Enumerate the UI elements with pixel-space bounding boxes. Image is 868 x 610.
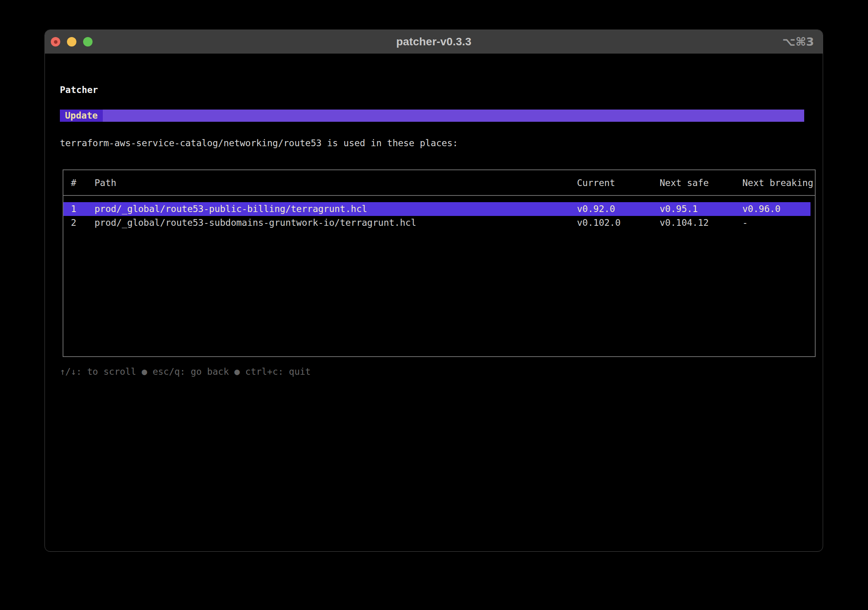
usage-description: terraform-aws-service-catalog/networking…	[60, 136, 823, 150]
traffic-lights	[51, 30, 93, 54]
titlebar[interactable]: patcher-v0.3.3 ⌥⌘3	[45, 30, 823, 54]
col-header-path: Path	[95, 176, 577, 190]
col-header-next-breaking: Next breaking	[742, 176, 815, 190]
app-heading: Patcher	[60, 83, 823, 97]
terminal-content: Patcher Update terraform-aws-service-cat…	[45, 54, 823, 379]
tab-bar-fill	[103, 110, 804, 122]
keyboard-shortcut-hint: ⌥⌘3	[782, 30, 814, 54]
zoom-button[interactable]	[83, 37, 93, 46]
table-header: # Path Current Next safe Next breaking	[63, 170, 815, 190]
cell-next-breaking: v0.96.0	[742, 202, 811, 216]
cell-current: v0.102.0	[577, 216, 660, 230]
usage-table: # Path Current Next safe Next breaking 1…	[63, 169, 816, 357]
col-header-current: Current	[577, 176, 660, 190]
cell-next-safe: v0.95.1	[660, 202, 742, 216]
table-rows: 1 prod/_global/route53-public-billing/te…	[63, 202, 815, 230]
minimize-button[interactable]	[67, 37, 76, 46]
cell-next-safe: v0.104.12	[660, 216, 742, 230]
table-header-separator	[63, 195, 815, 196]
cell-next-breaking: -	[742, 216, 815, 230]
help-bar: ↑/↓: to scroll ● esc/q: go back ● ctrl+c…	[60, 365, 823, 379]
col-header-next-safe: Next safe	[660, 176, 742, 190]
table-row[interactable]: 2 prod/_global/route53-subdomains-gruntw…	[63, 216, 815, 230]
cell-current: v0.92.0	[577, 202, 660, 216]
table-row-selected[interactable]: 1 prod/_global/route53-public-billing/te…	[63, 202, 811, 216]
cell-path: prod/_global/route53-subdomains-gruntwor…	[95, 216, 577, 230]
cell-path: prod/_global/route53-public-billing/terr…	[95, 202, 577, 216]
tab-update[interactable]: Update	[60, 110, 103, 122]
close-button[interactable]	[51, 37, 60, 46]
tab-bar: Update	[60, 110, 804, 122]
modified-indicator-dot	[54, 40, 57, 44]
col-header-num: #	[71, 176, 95, 190]
window-title: patcher-v0.3.3	[45, 35, 823, 48]
terminal-window: patcher-v0.3.3 ⌥⌘3 Patcher Update terraf…	[45, 30, 823, 552]
cell-num: 2	[71, 216, 95, 230]
cell-num: 1	[71, 202, 95, 216]
